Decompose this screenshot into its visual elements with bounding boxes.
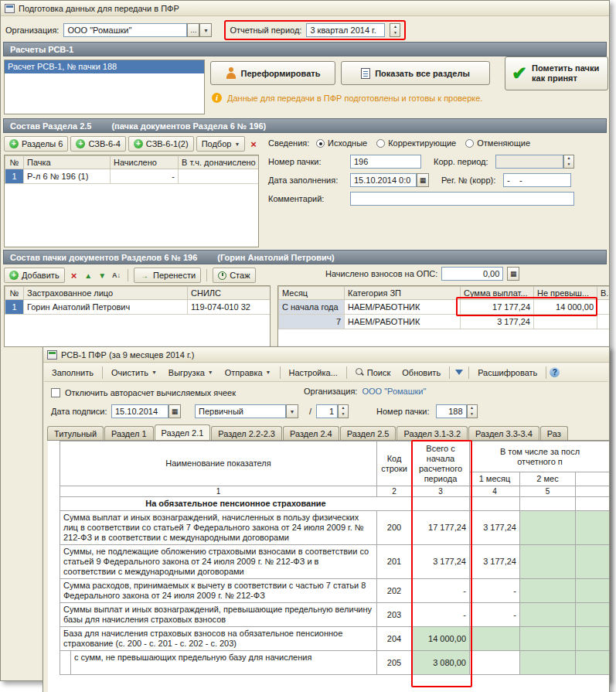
pick-button[interactable]: Подбор ▼ (196, 136, 246, 152)
comment-input[interactable] (350, 192, 574, 206)
cell-code[interactable]: 202 (377, 579, 412, 603)
table-row[interactable]: 1 Горин Анатолий Петрович 119-074-010 32 (5, 300, 271, 315)
clear-button[interactable]: Очистить ▼ (106, 366, 162, 379)
organization-input[interactable]: ООО "Ромашки" (63, 23, 187, 37)
cell-month2[interactable] (520, 579, 576, 603)
filter-icon[interactable] (455, 370, 463, 375)
cell-snils[interactable]: 119-074-010 32 (188, 300, 271, 315)
cell-category[interactable]: НАЕМ/РАБОТНИК (345, 300, 461, 315)
cell-month1[interactable]: - (470, 579, 520, 603)
tab-razdel21[interactable]: Раздел 2.1 (155, 424, 211, 441)
table-row[interactable]: 7 НАЕМ/РАБОТНИК 3 177,24 (279, 315, 611, 329)
calendar-icon[interactable]: ▦ (168, 404, 181, 418)
radio-korrektiruyushchie[interactable] (376, 139, 385, 148)
add-button[interactable]: + Добавить (4, 268, 65, 283)
period-spinner[interactable]: ▲ ▼ (390, 23, 400, 37)
cell-code[interactable]: 205 (377, 651, 412, 675)
show-all-sections-button[interactable]: Показать все разделы (341, 61, 490, 85)
tab-razdel25[interactable]: Раздел 2.5 (340, 426, 396, 440)
send-button[interactable]: Отправка ▼ (220, 366, 277, 379)
table-row[interactable]: 1 Р-л 6 № 196 (1) - (5, 169, 259, 184)
cell-month[interactable]: С начала года (279, 300, 345, 315)
tab-razdel33-34[interactable]: Раздел 3.3-3.4 (468, 426, 539, 440)
add-section6-button[interactable]: + Разделы 6 (4, 136, 68, 152)
cell-total[interactable]: 3 080,00 (412, 651, 470, 675)
cell-extra[interactable] (597, 300, 611, 315)
cell-name[interactable]: Суммы выплат и иных вознаграждений, прев… (60, 603, 377, 627)
cell-extra[interactable] (179, 169, 259, 184)
correction-number-input[interactable]: 1 (316, 404, 338, 418)
cell-month2[interactable] (520, 603, 576, 627)
org-dropdown-button[interactable]: ▼ (199, 23, 212, 37)
search-button[interactable]: Поиск (350, 366, 396, 379)
tab-razdel24[interactable]: Раздел 2.4 (283, 426, 339, 440)
cell-total[interactable]: - (412, 603, 470, 627)
tab-titulny[interactable]: Титульный (47, 426, 104, 440)
cell-month2[interactable] (520, 545, 576, 579)
report-kind-select[interactable]: Первичный (195, 404, 286, 418)
rsv-list[interactable]: Расчет РСВ-1, № пачки 188 (4, 60, 205, 114)
cell-total[interactable]: - (412, 579, 470, 603)
org-ellipsis-button[interactable]: … (187, 23, 199, 37)
cell-code[interactable]: 200 (377, 511, 412, 545)
correction-spinner[interactable]: ▲ ▼ (338, 404, 349, 418)
cell-category[interactable]: НАЕМ/РАБОТНИК (345, 315, 461, 329)
cell-total[interactable]: 14 000,00 (412, 627, 470, 651)
cell-name[interactable]: Сумма выплат и иных вознаграждений, начи… (60, 511, 377, 545)
cell-month2[interactable] (520, 511, 576, 545)
cell-month1[interactable] (470, 627, 520, 651)
mark-packs-accepted-button[interactable]: ✔ Пометить пачки как принят (505, 56, 608, 90)
help-icon[interactable]: ? (550, 367, 560, 377)
cell-limit[interactable]: 14 000,00 (534, 300, 597, 315)
cell-name[interactable]: Суммы, не подлежащие обложению страховым… (60, 545, 377, 579)
table-row[interactable]: С начала года НАЕМ/РАБОТНИК 17 177,24 14… (279, 300, 611, 315)
radio-otmenyayushchie[interactable] (465, 139, 474, 148)
cell-total[interactable]: 17 177,24 (412, 511, 470, 545)
cell-pack[interactable]: Р-л 6 № 196 (1) (24, 169, 111, 184)
cell-name[interactable]: с сумм, не превышающих предельную базу д… (60, 651, 377, 675)
cell-month1[interactable]: 3 177,24 (470, 545, 520, 579)
cell-month1[interactable]: - (470, 603, 520, 627)
cell-accrued[interactable]: - (111, 169, 179, 184)
cell-month2[interactable] (520, 627, 576, 651)
radio-ishodnye[interactable] (316, 139, 325, 148)
refresh-button[interactable]: Обновить (396, 366, 446, 379)
fill-date-input[interactable]: 15.10.2014 0:0 (350, 173, 417, 187)
cell-code[interactable]: 201 (377, 545, 412, 579)
export-button[interactable]: Выгрузка ▼ (163, 366, 219, 379)
calendar-icon[interactable]: ▦ (417, 173, 429, 187)
calculator-icon[interactable]: ▦ (507, 267, 519, 281)
reg-number-input[interactable]: - - (503, 173, 571, 187)
cell-month1[interactable]: 3 177,24 (470, 511, 520, 545)
row-number[interactable]: 1 (5, 300, 24, 315)
move-down-icon[interactable]: ▼ (97, 271, 107, 280)
tab-razdel22-23[interactable]: Раздел 2.2-2.3 (211, 426, 282, 440)
experience-button[interactable]: Стаж (213, 268, 255, 283)
tab-cut[interactable]: Раз (540, 426, 568, 440)
cell-code[interactable]: 203 (377, 603, 412, 627)
add-szv64-button[interactable]: + СЗВ-6-4 (70, 136, 125, 152)
cell-month[interactable]: 7 (279, 315, 345, 329)
chevron-down-icon[interactable]: ▼ (286, 404, 298, 418)
cell-month1[interactable] (470, 651, 520, 675)
pack-number-input[interactable]: 188 (436, 404, 467, 418)
corr-period-spinner[interactable]: ▲ ▼ (563, 155, 574, 169)
cell-total[interactable]: 3 177,24 (412, 545, 470, 579)
delete-icon[interactable]: × (247, 138, 260, 150)
fill-button[interactable]: Заполнить (46, 366, 99, 379)
autocalc-checkbox[interactable] (51, 388, 60, 397)
cell-extra[interactable] (597, 315, 611, 329)
tab-razdel1[interactable]: Раздел 1 (104, 426, 154, 440)
sign-date-input[interactable]: 15.10.2014 (111, 404, 168, 418)
cell-name[interactable]: База для начисления страховых взносов на… (60, 627, 377, 651)
decode-button[interactable]: Расшифровать (472, 366, 543, 379)
move-up-icon[interactable]: ▲ (83, 271, 94, 280)
cell-name[interactable]: Сумма расходов, принимаемых к вычету в с… (60, 579, 377, 603)
list-item[interactable]: Расчет РСВ-1, № пачки 188 (5, 60, 204, 73)
add-szv612-button[interactable]: + СЗВ-6-1(2) (128, 136, 194, 152)
row-number[interactable]: 1 (5, 169, 24, 184)
settings-button[interactable]: Настройка... (284, 366, 343, 379)
sort-icon[interactable]: А↓ (111, 271, 122, 279)
cell-sum[interactable]: 3 177,24 (461, 315, 534, 329)
transfer-button[interactable]: → Перенести (134, 268, 201, 283)
